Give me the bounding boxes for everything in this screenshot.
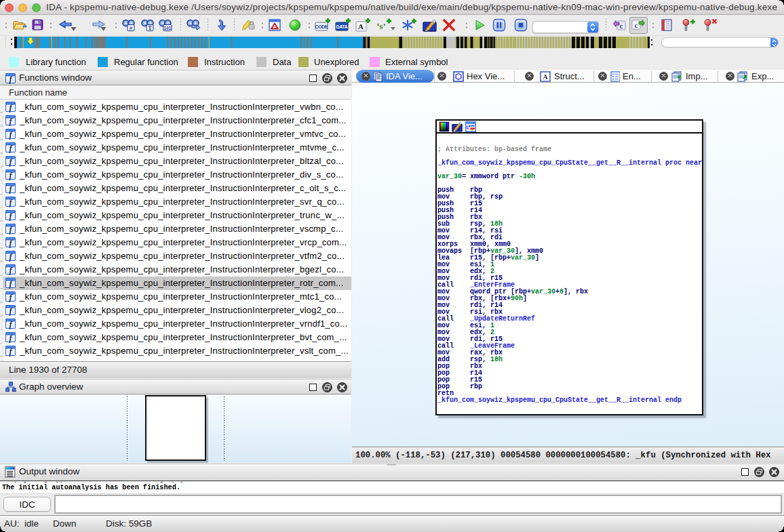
svg-text:‘s’: ‘s’: [376, 21, 386, 31]
svg-text:A: A: [543, 73, 548, 81]
svg-text:A: A: [358, 22, 364, 30]
svg-text:c: c: [620, 22, 623, 30]
svg-text:101: 101: [164, 26, 172, 30]
svg-text:T: T: [148, 24, 152, 31]
svg-text:c: c: [635, 22, 638, 29]
svg-text:DATA: DATA: [336, 24, 347, 29]
svg-text:CODE: CODE: [315, 24, 329, 29]
svg-text:#: #: [130, 25, 133, 31]
svg-text:A: A: [273, 24, 276, 29]
